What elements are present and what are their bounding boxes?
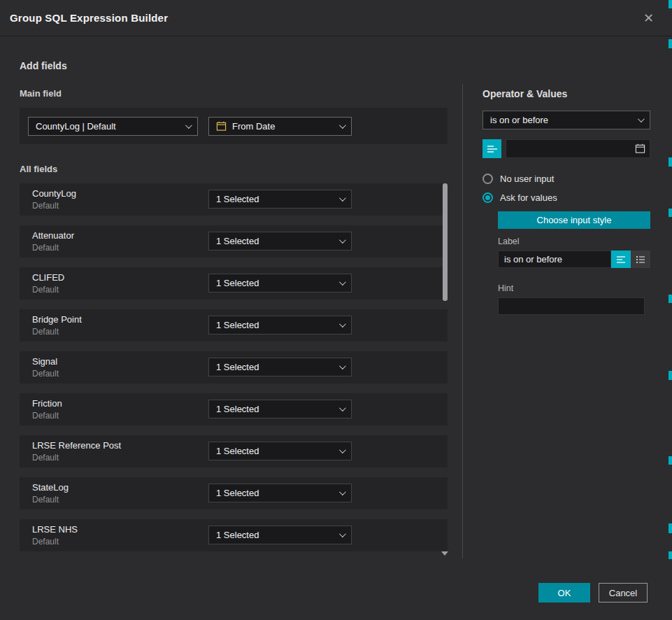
field-values-select[interactable]: 1 Selected — [208, 316, 352, 334]
field-selected-value: 1 Selected — [216, 236, 259, 246]
close-button[interactable]: ✕ — [641, 9, 657, 27]
field-values-select[interactable]: 1 Selected — [208, 232, 352, 251]
label-input[interactable] — [498, 251, 611, 268]
field-selected-value: 1 Selected — [216, 446, 259, 456]
dialog-footer: OK Cancel — [538, 583, 648, 603]
chevron-down-icon — [339, 237, 346, 244]
chevron-down-icon — [339, 362, 346, 369]
main-field-panel: CountyLog | Default From Date — [20, 108, 448, 144]
field-selected-value: 1 Selected — [216, 404, 259, 414]
date-value-input-wrap — [506, 139, 650, 158]
field-selected-value: 1 Selected — [216, 488, 259, 498]
operator-select-value: is on or before — [490, 115, 548, 125]
radio-unchecked-icon — [482, 174, 493, 184]
field-row: CLIFED Default 1 Selected — [20, 267, 448, 300]
operator-values-heading: Operator & Values — [482, 88, 650, 99]
close-icon: ✕ — [643, 11, 654, 25]
field-row: CountyLog Default 1 Selected — [20, 183, 448, 216]
add-fields-heading: Add fields — [20, 60, 67, 71]
background-app-edge — [669, 0, 672, 620]
field-lines-icon — [487, 144, 498, 154]
field-selected-value: 1 Selected — [216, 278, 259, 288]
field-values-select[interactable]: 1 Selected — [208, 190, 352, 209]
field-selected-value: 1 Selected — [216, 530, 259, 540]
group-sql-expression-builder-dialog: Group SQL Expression Builder ✕ Add field… — [0, 0, 672, 620]
ok-button[interactable]: OK — [538, 583, 590, 603]
field-values-select[interactable]: 1 Selected — [208, 526, 352, 544]
input-style-single-line-button[interactable] — [611, 251, 631, 268]
scrollbar-thumb[interactable] — [443, 183, 448, 301]
all-fields-label: All fields — [20, 164, 448, 174]
date-field-select-value: From Date — [232, 121, 275, 132]
hint-input[interactable] — [498, 297, 645, 315]
field-values-select[interactable]: 1 Selected — [208, 358, 352, 376]
radio-ask-for-values[interactable]: Ask for values — [482, 192, 650, 203]
date-value-input[interactable] — [510, 143, 635, 154]
dialog-titlebar: Group SQL Expression Builder ✕ — [0, 0, 672, 36]
dialog-title: Group SQL Expression Builder — [10, 12, 168, 24]
label-row — [498, 251, 650, 268]
field-values-select[interactable]: 1 Selected — [208, 274, 352, 293]
field-values-select[interactable]: 1 Selected — [208, 484, 352, 502]
date-field-select[interactable]: From Date — [208, 117, 352, 136]
field-values-select[interactable]: 1 Selected — [208, 442, 352, 460]
user-input-radio-group: No user input Ask for values — [482, 174, 650, 203]
field-selected-value: 1 Selected — [216, 320, 259, 330]
main-field-label: Main field — [20, 88, 448, 99]
field-row: Signal Default 1 Selected — [20, 351, 448, 383]
hint-caption: Hint — [498, 283, 650, 293]
calendar-picker-icon[interactable] — [635, 143, 645, 154]
input-style-list-button[interactable] — [631, 251, 650, 268]
choose-input-style-button[interactable]: Choose input style — [498, 211, 650, 229]
radio-ask-for-values-label: Ask for values — [500, 192, 557, 203]
field-row: Friction Default 1 Selected — [20, 393, 448, 425]
cancel-button[interactable]: Cancel — [599, 583, 648, 603]
field-row: Bridge Point Default 1 Selected — [20, 309, 448, 341]
operator-select[interactable]: is on or before — [482, 111, 650, 129]
fields-section: Main field CountyLog | Default — [20, 88, 448, 561]
field-selected-value: 1 Selected — [216, 194, 259, 204]
field-selected-value: 1 Selected — [216, 362, 259, 372]
chevron-down-icon — [185, 122, 192, 129]
radio-no-user-input[interactable]: No user input — [482, 174, 650, 184]
radio-checked-icon — [482, 192, 493, 203]
list-scrollbar[interactable] — [443, 183, 448, 561]
layer-select[interactable]: CountyLog | Default — [28, 117, 198, 136]
value-row — [482, 139, 650, 158]
calendar-icon — [216, 121, 227, 132]
vertical-divider — [462, 84, 463, 558]
field-row: Attenuator Default 1 Selected — [20, 225, 448, 258]
chevron-down-icon — [339, 488, 346, 495]
all-fields-list: CountyLog Default 1 Selected Attenuator … — [20, 183, 448, 551]
value-input-type-button[interactable] — [482, 139, 501, 158]
chevron-down-icon — [339, 122, 346, 129]
align-lines-icon — [616, 255, 626, 264]
chevron-down-icon — [339, 530, 346, 537]
chevron-down-icon — [339, 320, 346, 327]
scrollbar-down-arrow[interactable] — [441, 551, 448, 556]
chevron-down-icon — [339, 446, 346, 453]
field-row: LRSE Reference Post Default 1 Selected — [20, 435, 448, 467]
chevron-down-icon — [339, 404, 346, 411]
radio-no-user-input-label: No user input — [500, 174, 554, 184]
layer-select-value: CountyLog | Default — [36, 121, 116, 132]
field-values-select[interactable]: 1 Selected — [208, 400, 352, 418]
bullet-list-icon — [636, 255, 645, 264]
operator-values-panel: Operator & Values is on or before — [482, 88, 650, 315]
chevron-down-icon — [339, 279, 346, 286]
label-caption: Label — [498, 237, 650, 246]
field-row: LRSE NHS Default 1 Selected — [20, 519, 448, 551]
chevron-down-icon — [339, 195, 346, 202]
field-row: StateLog Default 1 Selected — [20, 477, 448, 509]
ask-for-values-options: Choose input style Label — [498, 211, 650, 315]
chevron-down-icon — [638, 115, 645, 122]
